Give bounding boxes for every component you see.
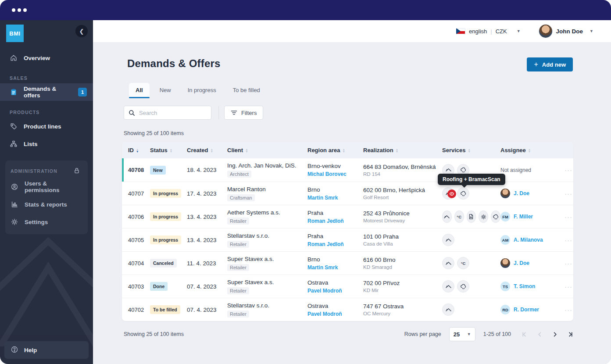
region-name: Brno-venkov bbox=[307, 163, 363, 169]
table-row[interactable]: 40707In progress17. 4. 2023Marcel Ranton… bbox=[122, 182, 573, 205]
column-header-id[interactable]: ID▲▼ bbox=[128, 147, 150, 153]
cell-created: 17. 4. 2023 bbox=[187, 190, 227, 197]
search-input[interactable] bbox=[139, 110, 207, 116]
assignee-name-link[interactable]: T. Simon bbox=[514, 283, 535, 289]
column-header-services[interactable]: Services▲▼ bbox=[442, 147, 500, 153]
table-row[interactable]: 40706In progress13. 4. 2023Aether System… bbox=[122, 205, 573, 228]
previous-page-button[interactable] bbox=[537, 332, 543, 337]
service-temp-icon[interactable]: °C bbox=[457, 257, 469, 269]
client-type-badge: Retailer bbox=[227, 310, 249, 318]
rows-per-page-select[interactable]: 25 ▼ bbox=[449, 327, 475, 341]
service-roof-icon[interactable] bbox=[442, 280, 454, 293]
region-contact-link[interactable]: Michal Borovec bbox=[307, 171, 363, 177]
row-actions-menu[interactable]: ··· bbox=[565, 283, 572, 290]
sidebar-group: PRODUCTSProduct linesLists bbox=[0, 110, 93, 153]
column-header-assignee[interactable]: Assignee▲▼ bbox=[500, 147, 565, 153]
row-actions-menu[interactable]: ··· bbox=[565, 166, 572, 174]
sort-icon: ▲▼ bbox=[396, 148, 398, 153]
gear-icon bbox=[11, 218, 18, 226]
cell-created: 13. 4. 2023 bbox=[187, 237, 227, 243]
service-roof-icon[interactable] bbox=[442, 234, 454, 246]
section-label-text: PRODUCTS bbox=[10, 110, 40, 115]
region-contact-link[interactable]: Martin Smrk bbox=[307, 264, 363, 271]
plus-icon: + bbox=[534, 61, 538, 68]
service-cloud-icon[interactable] bbox=[457, 280, 469, 293]
sidebar-item-lists[interactable]: Lists bbox=[0, 135, 93, 153]
client-type-badge: Retailer bbox=[227, 218, 249, 225]
table-row[interactable]: 40705In progress13. 4. 2023Stellarstav s… bbox=[122, 228, 573, 251]
sidebar-item-demands-offers[interactable]: Demands & offers1 bbox=[0, 83, 93, 101]
results-count-footer: Showing 25 of 100 items bbox=[124, 331, 184, 337]
sidebar-item-settings[interactable]: Settings bbox=[5, 213, 88, 231]
rows-per-page-label: Rows per page bbox=[404, 331, 441, 337]
sort-icon: ▲▼ bbox=[170, 148, 172, 153]
region-contact-link[interactable]: Pavel Modroň bbox=[307, 288, 363, 294]
first-page-button[interactable] bbox=[522, 332, 527, 337]
bramacscan-badge-icon bbox=[447, 189, 456, 198]
service-roof-icon[interactable] bbox=[442, 303, 454, 316]
next-page-button[interactable] bbox=[552, 332, 558, 337]
assignee-name-link[interactable]: F. Miller bbox=[514, 214, 533, 220]
tab-in-progress[interactable]: In progress bbox=[181, 83, 223, 98]
realization-address: 616 00 Brno bbox=[363, 257, 442, 263]
sidebar-item-help[interactable]: Help bbox=[4, 341, 89, 359]
column-header-status[interactable]: Status▲▼ bbox=[150, 147, 187, 153]
last-page-button[interactable] bbox=[568, 332, 573, 337]
row-actions-menu[interactable]: ··· bbox=[565, 190, 572, 197]
service-sun-icon[interactable] bbox=[479, 211, 488, 223]
region-contact-link[interactable]: Martin Smrk bbox=[307, 195, 363, 201]
assignee-name-link[interactable]: J. Doe bbox=[514, 260, 529, 266]
table-row[interactable]: 40708New18. 4. 2023Ing. Arch. Jan Novak,… bbox=[122, 158, 573, 182]
row-actions-menu[interactable]: ··· bbox=[565, 213, 572, 221]
service-cloud-icon[interactable] bbox=[491, 211, 500, 223]
region-contact-link[interactable]: Roman Jedloň bbox=[307, 218, 363, 224]
service-roof-scan-icon[interactable] bbox=[442, 187, 454, 200]
region-contact-link[interactable]: Roman Jedloň bbox=[307, 241, 363, 247]
rows-per-page-value: 25 bbox=[454, 331, 460, 338]
cell-status: Canceled bbox=[150, 259, 187, 268]
sidebar-item-product-lines[interactable]: Product lines bbox=[0, 118, 93, 135]
sidebar-item-overview[interactable]: Overview bbox=[0, 49, 93, 67]
row-actions-menu[interactable]: ··· bbox=[565, 260, 572, 267]
sidebar-item-stats-reports[interactable]: Stats & reports bbox=[5, 196, 88, 213]
tab-to-be-filled[interactable]: To be filled bbox=[226, 83, 267, 98]
region-contact-link[interactable]: Pavel Modroň bbox=[307, 311, 363, 317]
table-row[interactable]: 40702To be filled07. 4. 2023Stellarstav … bbox=[122, 298, 573, 321]
table-row[interactable]: 40703Done07. 4. 2023Super Stavex a.s.Ret… bbox=[122, 275, 573, 298]
filters-button[interactable]: Filters bbox=[224, 106, 263, 120]
service-cloud-icon[interactable] bbox=[457, 187, 469, 200]
realization-note: Motorest Driveway bbox=[363, 218, 442, 223]
column-header-created[interactable]: Created▲▼ bbox=[187, 147, 227, 153]
service-roof-icon[interactable] bbox=[442, 211, 452, 223]
column-label: Services bbox=[442, 147, 466, 153]
window-controls[interactable] bbox=[12, 8, 27, 12]
assignee-name-link[interactable]: R. Dormer bbox=[514, 307, 539, 313]
service-doc-icon[interactable] bbox=[467, 211, 476, 223]
column-header-client[interactable]: Client▲▼ bbox=[227, 147, 307, 153]
tab-all[interactable]: All bbox=[129, 83, 150, 98]
user-menu[interactable]: John Doe ▼ bbox=[539, 25, 593, 38]
tab-new[interactable]: New bbox=[153, 83, 178, 98]
row-actions-menu[interactable]: ··· bbox=[565, 236, 572, 244]
sidebar-collapse-button[interactable]: ❮ bbox=[75, 25, 88, 37]
sidebar-group: Overview bbox=[0, 49, 93, 67]
column-header-realization[interactable]: Realization▲▼ bbox=[363, 147, 442, 153]
language-currency-switcher[interactable]: english | CZK ▼ bbox=[456, 28, 521, 35]
sort-icon: ▲▼ bbox=[528, 148, 531, 153]
sidebar-item-label: Lists bbox=[24, 141, 38, 147]
service-roof-icon[interactable] bbox=[442, 257, 454, 269]
window-titlebar bbox=[0, 0, 611, 20]
sidebar-item-users-permissions[interactable]: Users & permissions bbox=[5, 178, 88, 196]
column-header-region-area[interactable]: Region area▲▼ bbox=[307, 147, 363, 153]
cell-id: 40704 bbox=[128, 260, 150, 267]
assignee-name-link[interactable]: A. Milanova bbox=[514, 237, 543, 243]
section-label-text: ADMINISTRATION bbox=[11, 168, 57, 174]
service-temp-icon[interactable]: °C bbox=[454, 211, 464, 223]
client-type-badge: Craftsman bbox=[227, 194, 255, 201]
row-actions-menu[interactable]: ··· bbox=[565, 306, 572, 314]
table-row[interactable]: 40704Canceled11. 4. 2023Super Stavex a.s… bbox=[122, 251, 573, 275]
assignee-name-link[interactable]: J. Doe bbox=[514, 190, 529, 196]
assignee-initials: FM bbox=[500, 212, 510, 221]
add-new-button[interactable]: + Add new bbox=[527, 57, 573, 71]
region-name: Praha bbox=[307, 210, 363, 216]
